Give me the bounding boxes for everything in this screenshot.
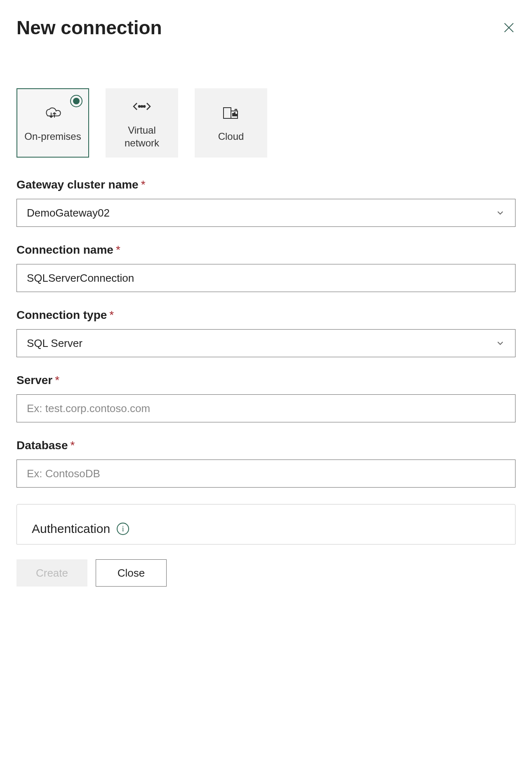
radio-selected-icon xyxy=(70,95,82,107)
label-text: Connection type xyxy=(16,309,107,321)
tile-label: Virtual network xyxy=(110,124,174,149)
connection-type-tiles: On-premises Virtual network Clo xyxy=(16,88,516,158)
database-label: Database* xyxy=(16,439,516,452)
label-text: Server xyxy=(16,374,52,386)
gateway-cluster-select[interactable]: DemoGateway02 xyxy=(16,199,516,227)
svg-rect-6 xyxy=(234,113,235,116)
close-button[interactable]: Close xyxy=(96,559,167,587)
connection-type-select[interactable]: SQL Server xyxy=(16,329,516,357)
tile-on-premises[interactable]: On-premises xyxy=(16,88,89,158)
cloud-db-icon xyxy=(221,103,241,123)
svg-point-3 xyxy=(141,106,143,107)
create-button: Create xyxy=(16,559,87,587)
required-mark: * xyxy=(109,309,114,321)
tile-label: Cloud xyxy=(218,130,244,143)
network-icon xyxy=(132,97,152,116)
tile-cloud[interactable]: Cloud xyxy=(195,88,267,158)
cloud-sync-icon xyxy=(43,103,63,123)
server-label: Server* xyxy=(16,374,516,387)
label-text: Connection name xyxy=(16,243,113,256)
svg-point-2 xyxy=(139,106,140,107)
required-mark: * xyxy=(116,243,120,256)
svg-rect-7 xyxy=(236,114,237,116)
select-value: DemoGateway02 xyxy=(27,207,110,219)
required-mark: * xyxy=(71,439,75,452)
page-title: New connection xyxy=(16,16,162,39)
chevron-down-icon xyxy=(495,338,505,348)
gateway-cluster-label: Gateway cluster name* xyxy=(16,178,516,191)
required-mark: * xyxy=(55,374,59,386)
select-value: SQL Server xyxy=(27,337,82,350)
chevron-down-icon xyxy=(495,208,505,218)
label-text: Database xyxy=(16,439,68,452)
required-mark: * xyxy=(141,178,146,191)
connection-type-label: Connection type* xyxy=(16,309,516,322)
server-input[interactable] xyxy=(16,394,516,422)
connection-name-label: Connection name* xyxy=(16,243,516,257)
close-icon[interactable] xyxy=(502,21,516,34)
info-icon[interactable]: i xyxy=(117,523,129,535)
connection-name-input[interactable] xyxy=(16,264,516,292)
svg-point-4 xyxy=(144,106,145,107)
tile-virtual-network[interactable]: Virtual network xyxy=(106,88,178,158)
database-input[interactable] xyxy=(16,460,516,488)
authentication-title: Authentication xyxy=(32,522,110,536)
label-text: Gateway cluster name xyxy=(16,178,139,191)
tile-label: On-premises xyxy=(24,130,81,143)
svg-rect-5 xyxy=(233,113,233,116)
authentication-section: Authentication i xyxy=(16,504,516,544)
